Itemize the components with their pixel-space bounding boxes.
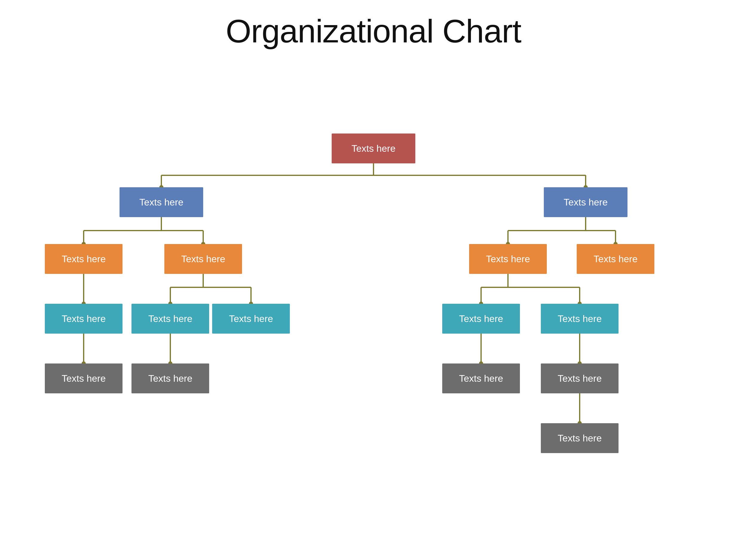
node-l6a: Texts here — [541, 423, 619, 453]
node-l4a: Texts here — [45, 304, 123, 334]
node-l3d: Texts here — [577, 244, 654, 274]
node-root: Texts here — [332, 134, 415, 163]
node-l5a: Texts here — [45, 364, 123, 393]
node-l2b: Texts here — [544, 187, 627, 217]
node-l4c: Texts here — [212, 304, 290, 334]
node-l3c: Texts here — [469, 244, 547, 274]
org-chart: Texts here Texts here Texts here Texts h… — [15, 68, 732, 546]
node-l5c: Texts here — [442, 364, 520, 393]
node-l5d: Texts here — [541, 364, 619, 393]
node-l4e: Texts here — [541, 304, 619, 334]
node-l3a: Texts here — [45, 244, 123, 274]
node-l3b: Texts here — [164, 244, 242, 274]
node-l4b: Texts here — [131, 304, 209, 334]
node-l4d: Texts here — [442, 304, 520, 334]
node-l2a: Texts here — [120, 187, 203, 217]
node-l5b: Texts here — [131, 364, 209, 393]
page-title: Organizational Chart — [226, 12, 521, 50]
